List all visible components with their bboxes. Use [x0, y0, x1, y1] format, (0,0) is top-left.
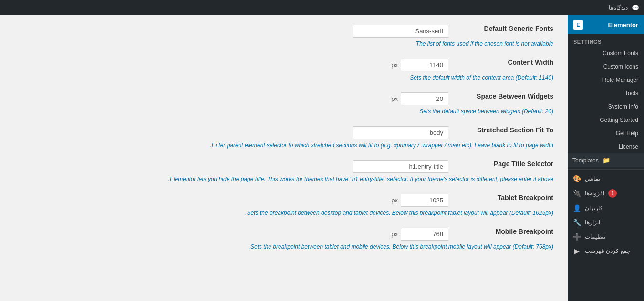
abzarha-label: ابزارها [585, 219, 600, 226]
elementor-icon: E [573, 20, 583, 30]
namayesh-icon: 🎨 [572, 175, 581, 182]
setting-row-default-generic-fonts: Default Generic FontsThe list of fonts u… [14, 25, 553, 47]
input-space-between-widgets[interactable] [401, 92, 448, 105]
main-content: Default Generic FontsThe list of fonts u… [0, 15, 568, 301]
desc-space-between-widgets: Sets the default space between widgets (… [14, 108, 553, 115]
px-label: px [391, 61, 398, 69]
folder-icon: 📁 [602, 157, 610, 164]
desc-tablet-breakpoint: Sets the breakpoint between desktop and … [14, 210, 553, 216]
karbaran-icon: 👤 [572, 204, 581, 212]
input-stretched-section-fit-to[interactable] [353, 126, 448, 139]
afzounha-icon: 🔌 [572, 190, 581, 197]
afzounha-badge: 1 [608, 189, 617, 198]
sidebar: E Elementor Settings Custom FontsCustom … [568, 15, 644, 301]
wp-menu: نمایش🎨1افزونه‌ها🔌کاربران👤ابزارها🔧تنظیمات… [568, 171, 644, 258]
input-content-width[interactable] [401, 59, 448, 71]
desc-stretched-section-fit-to: Enter parent element selector to which s… [14, 142, 553, 149]
label-mobile-breakpoint: Mobile Breakpoint [458, 228, 553, 235]
setting-row-mobile-breakpoint: pxMobile BreakpointSets the breakpoint b… [14, 228, 553, 250]
topbar-icon: 💬 [632, 4, 639, 11]
templates-menu-item[interactable]: 📁 Templates [568, 153, 644, 167]
wp-menu-item-afzounha[interactable]: 1افزونه‌ها🔌 [568, 186, 644, 201]
karbaran-label: کاربران [585, 205, 603, 211]
wp-menu-item-namayesh[interactable]: نمایش🎨 [568, 171, 644, 186]
sidebar-item-role-manager[interactable]: Role Manager [568, 73, 644, 87]
tanzzimat-label: تنظیمات [585, 233, 605, 240]
setting-row-space-between-widgets: pxSpace Between WidgetsSets the default … [14, 92, 553, 115]
jomfehrest-icon: ▶ [572, 247, 581, 255]
desc-mobile-breakpoint: Sets the breakpoint between tablet and m… [14, 243, 553, 250]
elementor-label: Elementor [608, 21, 638, 29]
sidebar-item-get-help[interactable]: Get Help [568, 127, 644, 140]
sidebar-item-tools[interactable]: Tools [568, 87, 644, 100]
abzarha-icon: 🔧 [572, 219, 581, 226]
label-page-title-selector: Page Title Selector [458, 160, 553, 168]
sidebar-item-custom-fonts[interactable]: Custom Fonts [568, 47, 644, 60]
topbar-label: دیدگاه‌ها [609, 4, 628, 11]
elementor-menu: Custom FontsCustom IconsRole ManagerTool… [568, 47, 644, 153]
setting-row-tablet-breakpoint: pxTablet BreakpointSets the breakpoint b… [14, 194, 553, 216]
elementor-menu-item[interactable]: E Elementor [568, 15, 644, 34]
setting-row-stretched-section-fit-to: Stretched Section Fit ToEnter parent ele… [14, 126, 553, 149]
px-label: px [391, 197, 398, 204]
sidebar-item-custom-icons[interactable]: Custom Icons [568, 60, 644, 73]
templates-label: Templates [572, 157, 599, 164]
desc-default-generic-fonts: The list of fonts used if the chosen fon… [14, 40, 553, 47]
wp-menu-item-karbaran[interactable]: کاربران👤 [568, 201, 644, 215]
sidebar-item-system-info[interactable]: System Info [568, 100, 644, 113]
input-mobile-breakpoint[interactable] [401, 228, 448, 241]
label-space-between-widgets: Space Between Widgets [458, 92, 553, 100]
input-page-title-selector[interactable] [353, 160, 448, 173]
afzounha-label: افزونه‌ها [585, 190, 604, 197]
input-default-generic-fonts[interactable] [353, 25, 448, 38]
input-tablet-breakpoint[interactable] [401, 194, 448, 207]
wp-menu-item-jomfehrest[interactable]: جمع کردن فهرست▶ [568, 244, 644, 258]
label-default-generic-fonts: Default Generic Fonts [458, 25, 553, 32]
setting-row-content-width: pxContent WidthSets the default width of… [14, 59, 553, 81]
label-stretched-section-fit-to: Stretched Section Fit To [458, 126, 553, 134]
desc-page-title-selector: Elementor lets you hide the page title. … [14, 176, 553, 182]
settings-section-title: Settings [568, 34, 644, 47]
jomfehrest-label: جمع کردن فهرست [585, 248, 630, 254]
sidebar-item-getting-started[interactable]: Getting Started [568, 113, 644, 127]
tanzzimat-icon: ➕ [572, 233, 581, 241]
namayesh-label: نمایش [585, 175, 600, 182]
px-label: px [391, 95, 398, 102]
wp-menu-item-abzarha[interactable]: ابزارها🔧 [568, 215, 644, 230]
label-tablet-breakpoint: Tablet Breakpoint [458, 194, 553, 201]
label-content-width: Content Width [458, 59, 553, 66]
desc-content-width: Sets the default width of the content ar… [14, 74, 553, 81]
setting-row-page-title-selector: Page Title SelectorElementor lets you hi… [14, 160, 553, 182]
wp-menu-item-tanzzimat[interactable]: تنظیمات➕ [568, 230, 644, 244]
px-label: px [391, 231, 398, 238]
sidebar-item-license[interactable]: License [568, 140, 644, 153]
